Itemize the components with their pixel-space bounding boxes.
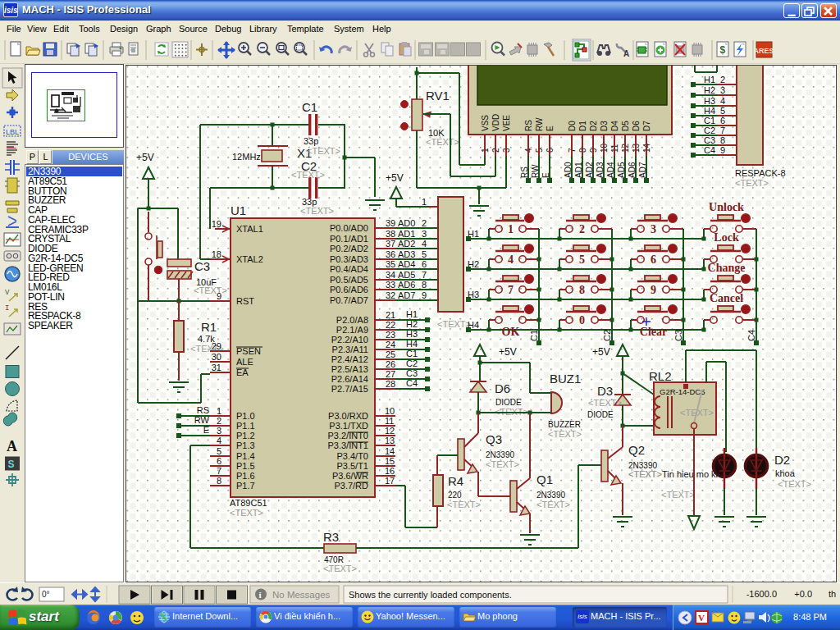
svg-text:8: 8 <box>217 476 221 486</box>
svg-text:<TEXT>: <TEXT> <box>300 206 334 216</box>
svg-text:2N3390: 2N3390 <box>486 450 514 459</box>
svg-text:<TEXT>: <TEXT> <box>447 500 481 509</box>
svg-text:4: 4 <box>720 96 725 106</box>
svg-text:C1: C1 <box>529 330 539 341</box>
svg-text:5: 5 <box>579 253 585 266</box>
svg-text:RS: RS <box>524 120 533 131</box>
svg-text:34: 34 <box>386 270 395 280</box>
svg-text:D1: D1 <box>578 121 587 131</box>
svg-text:9: 9 <box>720 145 725 155</box>
svg-text:3: 3 <box>720 85 725 95</box>
svg-text:8: 8 <box>579 284 585 296</box>
svg-text:<TEXT>: <TEXT> <box>486 459 519 469</box>
svg-text:+0.0: +0.0 <box>794 589 812 599</box>
svg-text:<TEXT>: <TEXT> <box>323 564 357 573</box>
svg-text:7: 7 <box>508 284 514 296</box>
svg-text:VSS: VSS <box>481 115 490 131</box>
svg-text:AD2: AD2 <box>398 239 415 249</box>
svg-text:H3: H3 <box>468 290 479 299</box>
svg-text:C4: C4 <box>406 378 418 388</box>
svg-text:5: 5 <box>422 249 427 259</box>
svg-text:7: 7 <box>422 270 427 280</box>
svg-text:BUZ1: BUZ1 <box>550 372 581 386</box>
svg-text:19: 19 <box>212 219 221 229</box>
svg-text:2: 2 <box>217 416 221 426</box>
svg-text:P1.2: P1.2 <box>236 431 255 441</box>
svg-text:33p: 33p <box>304 136 318 146</box>
svg-text:EA: EA <box>236 368 249 377</box>
svg-text:khoa: khoa <box>775 468 796 478</box>
svg-text:ARES: ARES <box>753 47 774 55</box>
svg-text:4: 4 <box>217 436 221 445</box>
svg-text:RW: RW <box>194 415 210 425</box>
svg-text:1: 1 <box>422 197 427 207</box>
svg-text:P1.7: P1.7 <box>236 481 255 491</box>
svg-text:0°: 0° <box>42 590 50 599</box>
svg-text:Shows the currently loaded com: Shows the currently loaded components. <box>349 590 512 600</box>
svg-text:P0.3/AD3: P0.3/AD3 <box>330 254 368 264</box>
svg-text:P1.3: P1.3 <box>236 441 255 450</box>
svg-text:37: 37 <box>386 239 395 249</box>
svg-text:P2.3/A11: P2.3/A11 <box>332 345 368 354</box>
svg-text:H1: H1 <box>704 75 715 84</box>
svg-text:V: V <box>698 613 705 623</box>
svg-text:OK: OK <box>502 326 520 338</box>
svg-text:11: 11 <box>385 416 394 426</box>
svg-text:<TEXT>: <TEXT> <box>588 398 622 408</box>
svg-text:H2: H2 <box>468 259 479 269</box>
svg-text:P0.6/AD6: P0.6/AD6 <box>330 285 368 294</box>
svg-text:<TEXT>: <TEXT> <box>628 469 662 479</box>
svg-text:R1: R1 <box>201 320 217 334</box>
svg-text:24: 24 <box>386 340 395 349</box>
svg-text:P2.5/A13: P2.5/A13 <box>331 364 368 374</box>
svg-text:H1: H1 <box>406 309 418 319</box>
svg-text:DIODE: DIODE <box>495 398 522 407</box>
svg-text:G2R-14-DC5: G2R-14-DC5 <box>660 387 705 396</box>
svg-text:P0.2/AD2: P0.2/AD2 <box>330 244 368 253</box>
svg-text:Q2: Q2 <box>628 443 645 457</box>
svg-text:<TEXT>: <TEXT> <box>437 319 471 329</box>
svg-text:36: 36 <box>386 249 395 259</box>
svg-text:AD5: AD5 <box>617 162 626 178</box>
svg-text:D6: D6 <box>495 381 510 395</box>
svg-text:AD7: AD7 <box>638 162 647 178</box>
svg-text:<TEXT>: <TEXT> <box>194 285 227 295</box>
svg-text:E: E <box>546 126 555 131</box>
svg-text:th: th <box>829 589 836 599</box>
svg-text:2: 2 <box>720 75 725 84</box>
svg-text:<TEXT>: <TEXT> <box>778 479 811 489</box>
svg-text:C2: C2 <box>704 126 715 135</box>
svg-text:RESPACK-8: RESPACK-8 <box>735 168 786 178</box>
svg-text:RV1: RV1 <box>426 89 450 103</box>
svg-text:AD7: AD7 <box>398 290 415 300</box>
svg-text:3: 3 <box>217 426 221 436</box>
svg-text:+5V: +5V <box>386 172 404 184</box>
svg-text:2: 2 <box>579 223 585 235</box>
svg-text:10: 10 <box>385 406 395 416</box>
svg-text:3: 3 <box>651 223 656 235</box>
svg-text:220: 220 <box>448 491 462 500</box>
svg-text:E: E <box>541 172 550 178</box>
svg-text:I: I <box>5 304 9 313</box>
svg-text:VDD: VDD <box>491 114 500 131</box>
svg-text:<TEXT>: <TEXT> <box>426 137 459 147</box>
svg-text:16: 16 <box>385 466 395 476</box>
svg-text:12: 12 <box>385 426 395 436</box>
svg-text:6: 6 <box>217 456 221 466</box>
svg-text:13: 13 <box>385 436 395 445</box>
svg-text:BUZZER: BUZZER <box>548 420 581 429</box>
svg-text:S: S <box>8 459 15 470</box>
svg-text:P3.4/T0: P3.4/T0 <box>336 451 368 461</box>
svg-text:P2.6/A14: P2.6/A14 <box>331 374 368 384</box>
svg-text:H4: H4 <box>406 339 418 349</box>
svg-text:3: 3 <box>422 229 427 239</box>
svg-text:P0.1/AD1: P0.1/AD1 <box>330 234 368 244</box>
svg-text:AD3: AD3 <box>398 249 415 259</box>
svg-text:C4: C4 <box>704 145 715 155</box>
svg-text:<TEXT>: <TEXT> <box>291 170 325 180</box>
svg-text:P3.5/T1: P3.5/T1 <box>336 461 368 471</box>
svg-text:D0: D0 <box>568 121 577 131</box>
svg-text:C4: C4 <box>746 330 756 341</box>
svg-text:XTAL1: XTAL1 <box>236 224 263 234</box>
svg-text:XTAL2: XTAL2 <box>236 254 263 264</box>
